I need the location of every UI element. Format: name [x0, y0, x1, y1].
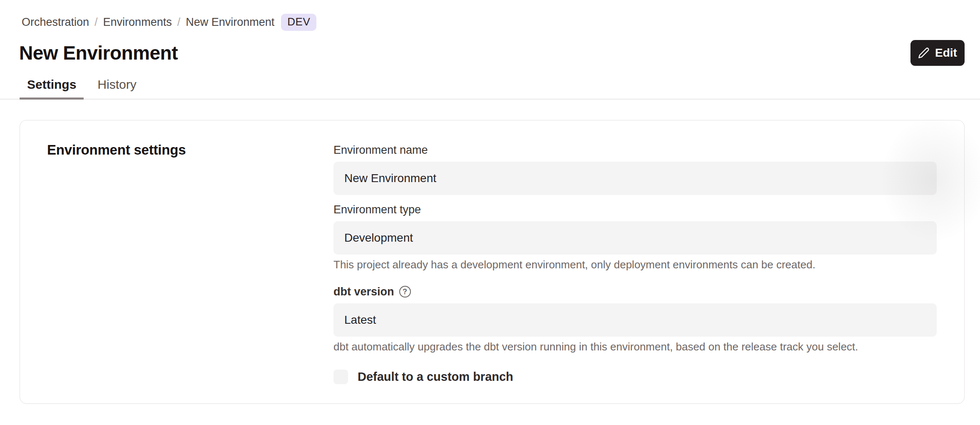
card-left-column: Environment settings	[20, 120, 333, 403]
tab-bar: Settings History	[0, 78, 980, 100]
breadcrumb-separator: /	[177, 16, 181, 29]
environment-settings-card: Environment settings Environment name En…	[20, 120, 965, 404]
help-circle-icon[interactable]: ?	[399, 286, 411, 298]
environment-name-field: Environment name	[333, 144, 937, 195]
environment-dev-badge: DEV	[281, 14, 316, 31]
custom-branch-row: Default to a custom branch	[333, 370, 937, 384]
dbt-version-helper-text: dbt automatically upgrades the dbt versi…	[333, 340, 937, 354]
page-header: New Environment Edit	[19, 40, 965, 66]
environment-type-input[interactable]	[333, 221, 937, 255]
breadcrumb-environments[interactable]: Environments	[103, 16, 172, 29]
environment-settings-form: Environment name Environment type This p…	[333, 120, 964, 403]
environment-type-field: Environment type This project already ha…	[333, 203, 937, 272]
page-title: New Environment	[19, 42, 178, 64]
edit-button-label: Edit	[935, 46, 957, 60]
tab-history[interactable]: History	[90, 78, 144, 99]
breadcrumb: Orchestration / Environments / New Envir…	[22, 14, 980, 30]
edit-button[interactable]: Edit	[910, 40, 965, 66]
custom-branch-label: Default to a custom branch	[358, 370, 513, 384]
environment-type-helper-text: This project already has a development e…	[333, 258, 937, 272]
environment-settings-page: Orchestration / Environments / New Envir…	[0, 14, 980, 404]
environment-name-label: Environment name	[333, 144, 428, 157]
dbt-version-label: dbt version	[333, 285, 394, 298]
dbt-version-field: dbt version ? dbt automatically upgrades…	[333, 285, 937, 354]
card-heading: Environment settings	[47, 142, 333, 158]
breadcrumb-separator: /	[95, 16, 98, 29]
breadcrumb-orchestration[interactable]: Orchestration	[22, 16, 89, 29]
tab-settings[interactable]: Settings	[20, 78, 84, 99]
dbt-version-input[interactable]	[333, 303, 937, 337]
environment-name-input[interactable]	[333, 162, 937, 195]
breadcrumb-current-page: New Environment	[186, 16, 274, 29]
custom-branch-checkbox[interactable]	[333, 370, 348, 384]
pencil-icon	[918, 47, 930, 59]
environment-type-label: Environment type	[333, 203, 421, 216]
